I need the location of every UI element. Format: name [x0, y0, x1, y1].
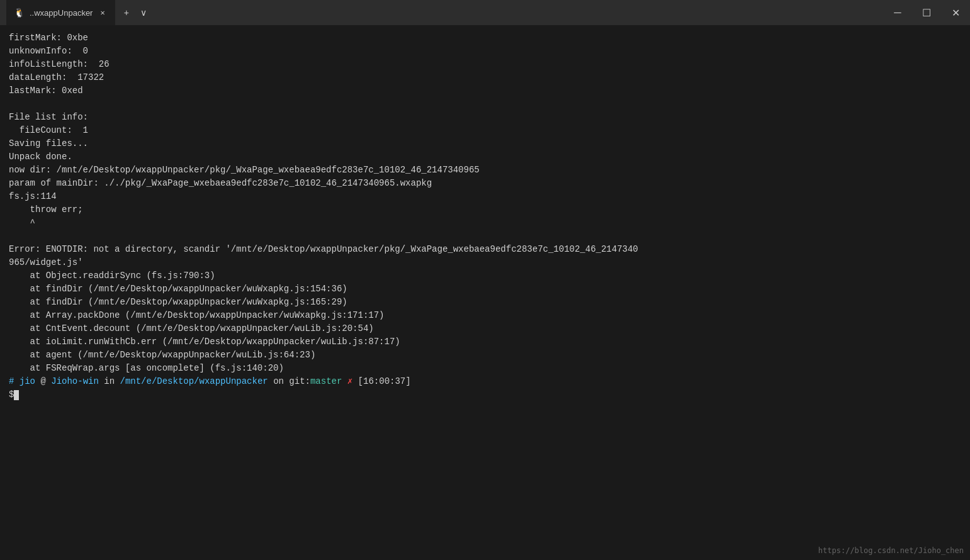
- close-button[interactable]: ✕: [941, 0, 970, 25]
- titlebar: 🐧 ..wxappUnpacker ✕ + ∨ ─ ☐ ✕: [0, 0, 970, 25]
- output-line-19: at Object.readdirSync (fs.js:790:3): [9, 269, 961, 283]
- prompt-on: on: [268, 375, 290, 388]
- terminal-body[interactable]: firstMark: 0xbe unknownInfo: 0 infoListL…: [0, 25, 970, 560]
- output-line-9: Saving files...: [9, 137, 961, 150]
- maximize-button[interactable]: ☐: [912, 0, 941, 25]
- prompt-error-icon: ✗: [347, 375, 352, 388]
- output-line-11: now dir: /mnt/e/Desktop/wxappUnpacker/pk…: [9, 164, 961, 177]
- input-line[interactable]: $: [9, 388, 961, 401]
- prompt-host: Jioho-win: [51, 375, 99, 388]
- prompt-branch: master: [310, 375, 342, 388]
- output-line-25: at agent (/mnt/e/Desktop/wxappUnpacker/w…: [9, 349, 961, 362]
- output-line-22: at Array.packDone (/mnt/e/Desktop/wxappU…: [9, 309, 961, 322]
- output-line-15: ^: [9, 216, 961, 230]
- prompt-git: git:: [289, 375, 310, 388]
- window-controls: ─ ☐ ✕: [883, 0, 970, 25]
- tab-icon: 🐧: [14, 8, 25, 18]
- output-line-7: File list info:: [9, 111, 961, 124]
- output-line-4: dataLength: 17322: [9, 71, 961, 84]
- output-line-23: at CntEvent.decount (/mnt/e/Desktop/wxap…: [9, 322, 961, 335]
- output-line-8: fileCount: 1: [9, 124, 961, 137]
- prompt-hash: #: [9, 375, 20, 388]
- prompt-time: [16:00:37]: [352, 375, 410, 388]
- terminal-window: 🐧 ..wxappUnpacker ✕ + ∨ ─ ☐ ✕ firstMark:…: [0, 0, 970, 560]
- prompt-at: @: [35, 375, 51, 388]
- output-line-1: firstMark: 0xbe: [9, 31, 961, 45]
- output-line-6: [9, 98, 961, 111]
- watermark: https://blog.csdn.net/Jioho_chen: [818, 545, 964, 556]
- tab-title: ..wxappUnpacker: [30, 8, 93, 18]
- prompt-space: [342, 375, 347, 388]
- prompt-path: /mnt/e/Desktop/wxappUnpacker: [120, 375, 268, 388]
- dropdown-button[interactable]: ∨: [137, 5, 150, 20]
- prompt-user: jio: [20, 375, 35, 388]
- output-line-2: unknownInfo: 0: [9, 45, 961, 58]
- output-line-5: lastMark: 0xed: [9, 84, 961, 98]
- new-tab-button[interactable]: +: [120, 5, 133, 20]
- terminal-cursor: [14, 390, 19, 400]
- prompt-in: in: [99, 375, 120, 388]
- output-line-21: at findDir (/mnt/e/Desktop/wxappUnpacker…: [9, 296, 961, 309]
- output-line-3: infoListLength: 26: [9, 58, 961, 71]
- output-line-17: Error: ENOTDIR: not a directory, scandir…: [9, 243, 961, 256]
- output-line-26: at FSReqWrap.args [as oncomplete] (fs.js…: [9, 362, 961, 375]
- output-line-16: [9, 230, 961, 243]
- tab-close-button[interactable]: ✕: [98, 7, 107, 19]
- output-line-10: Unpack done.: [9, 150, 961, 164]
- output-line-18: 965/widget.js': [9, 256, 961, 269]
- output-line-24: at ioLimit.runWithCb.err (/mnt/e/Desktop…: [9, 335, 961, 349]
- output-line-14: throw err;: [9, 203, 961, 216]
- minimize-button[interactable]: ─: [883, 0, 912, 25]
- output-line-13: fs.js:114: [9, 190, 961, 203]
- output-line-20: at findDir (/mnt/e/Desktop/wxappUnpacker…: [9, 283, 961, 296]
- tab-controls: + ∨: [120, 5, 150, 20]
- prompt-line: # jio @ Jioho-win in /mnt/e/Desktop/wxap…: [9, 375, 961, 388]
- terminal-tab[interactable]: 🐧 ..wxappUnpacker ✕: [6, 0, 115, 25]
- output-line-12: param of mainDir: ././pkg/_WxaPage_wxeba…: [9, 177, 961, 190]
- prompt-dollar: $: [9, 388, 14, 401]
